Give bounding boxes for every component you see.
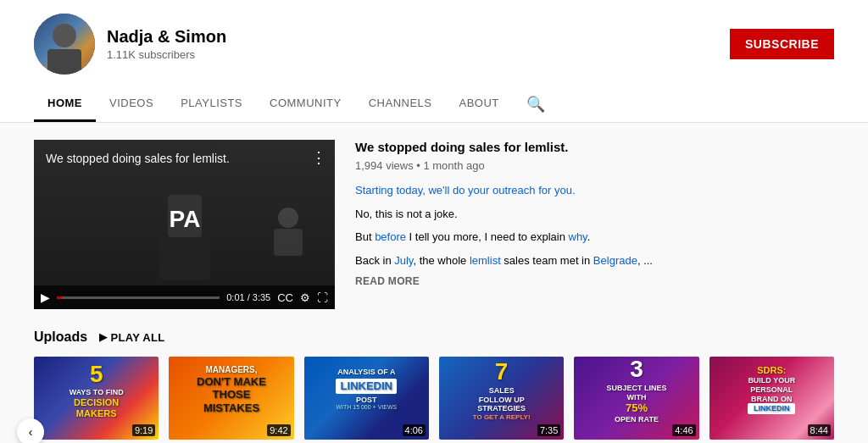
carousel-prev-button[interactable]: ‹: [17, 418, 44, 443]
video-description: Starting today, we'll do your outreach f…: [355, 182, 834, 287]
play-all-icon: ▶: [99, 331, 107, 343]
read-more-button[interactable]: READ MORE: [355, 275, 834, 287]
channel-header: Nadja & Simon 1.11K subscribers SUBSCRIB…: [0, 0, 868, 123]
video-thumb-2: MANAGERS, DON'T MAKE THOSE MISTAKES 9:42: [169, 357, 293, 440]
video-more-button[interactable]: ⋮: [311, 148, 326, 167]
uploads-section: Uploads ▶ PLAY ALL ‹ 5 WAYS TO FIND DECI…: [34, 329, 834, 443]
play-button[interactable]: ▶: [41, 291, 50, 304]
uploads-title: Uploads: [34, 329, 87, 345]
thumb-text-2: MANAGERS, DON'T MAKE THOSE MISTAKES: [172, 360, 290, 419]
video-card-6[interactable]: SDRs: BUILD YOUR PERSONAL BRAND ON Linke…: [709, 357, 834, 443]
thumb-text-3: ANALYSIS OF A Linkedin POST WITH 15 000 …: [308, 360, 426, 419]
nav-channels[interactable]: CHANNELS: [355, 86, 446, 122]
play-all-button[interactable]: ▶ PLAY ALL: [99, 331, 164, 344]
nav-videos[interactable]: VIDEOS: [96, 86, 167, 122]
featured-video-meta: 1,994 views • 1 month ago: [355, 159, 834, 172]
desc-line-1: Starting today, we'll do your outreach f…: [355, 182, 834, 199]
nav-playlists[interactable]: PLAYLISTS: [167, 86, 256, 122]
channel-info-bar: Nadja & Simon 1.11K subscribers SUBSCRIB…: [34, 14, 834, 86]
video-card-5[interactable]: 3 SUBJECT LINES WITH 75% OPEN RATE 4:46 …: [574, 357, 698, 443]
nav-home[interactable]: HOME: [34, 86, 96, 122]
featured-video-section: We stopped doing sales for lemlist. PA ⋮: [34, 140, 834, 309]
duration-1: 9:19: [132, 424, 155, 436]
thumb-text-4: 7 SALES FOLLOW UP STRATEGIES TO GET A RE…: [442, 360, 560, 419]
video-thumb-3: ANALYSIS OF A Linkedin POST WITH 15 000 …: [304, 357, 429, 440]
desc-line-3: But before I tell you more, I need to ex…: [355, 229, 834, 246]
video-card-3[interactable]: ANALYSIS OF A Linkedin POST WITH 15 000 …: [304, 357, 429, 443]
subscribe-button[interactable]: SUBSCRIBE: [730, 29, 834, 59]
video-thumbnail: We stopped doing sales for lemlist. PA: [34, 140, 335, 309]
nav-about[interactable]: ABOUT: [446, 86, 513, 122]
featured-video-title: We stopped doing sales for lemlist.: [355, 140, 834, 154]
duration-4: 7:35: [537, 424, 560, 436]
video-overlay-title: We stopped doing sales for lemlist.: [46, 152, 230, 165]
video-card-2[interactable]: MANAGERS, DON'T MAKE THOSE MISTAKES 9:42…: [169, 357, 293, 443]
channel-search-icon[interactable]: 🔍: [520, 88, 552, 120]
fullscreen-icon[interactable]: ⛶: [317, 291, 328, 304]
thumb-text-5: 3 SUBJECT LINES WITH 75% OPEN RATE: [577, 360, 695, 419]
duration-2: 9:42: [267, 424, 290, 436]
channel-name: Nadja & Simon: [107, 27, 226, 47]
play-all-label: PLAY ALL: [110, 331, 164, 344]
svg-text:PA: PA: [169, 206, 200, 232]
video-carousel: ‹ 5 WAYS TO FIND DECISION MAKERS 9:19 Ho…: [34, 357, 834, 443]
main-content: We stopped doing sales for lemlist. PA ⋮: [0, 123, 868, 443]
svg-rect-6: [159, 237, 210, 280]
control-icons: CC ⚙ ⛶: [277, 291, 328, 304]
desc-line-4: Back in July, the whole lemlist sales te…: [355, 252, 834, 269]
duration-5: 4:46: [672, 424, 695, 436]
desc-line-2: No, this is not a joke.: [355, 206, 834, 223]
featured-video-player[interactable]: We stopped doing sales for lemlist. PA ⋮: [34, 140, 335, 309]
progress-bar[interactable]: [57, 296, 220, 299]
subscriber-count: 1.11K subscribers: [107, 48, 226, 61]
channel-text-info: Nadja & Simon 1.11K subscribers: [107, 27, 226, 61]
progress-fill: [57, 296, 62, 299]
duration-6: 8:44: [808, 424, 831, 436]
svg-point-7: [278, 208, 298, 228]
avatar: [34, 14, 95, 75]
settings-icon[interactable]: ⚙: [300, 291, 310, 304]
thumb-text-6: SDRs: BUILD YOUR PERSONAL BRAND ON Linke…: [713, 360, 831, 419]
video-card-1[interactable]: 5 WAYS TO FIND DECISION MAKERS 9:19 How …: [34, 357, 159, 443]
svg-point-2: [53, 24, 76, 47]
uploads-header: Uploads ▶ PLAY ALL: [34, 329, 834, 345]
video-thumb-4: 7 SALES FOLLOW UP STRATEGIES TO GET A RE…: [439, 357, 564, 440]
cc-button[interactable]: CC: [277, 291, 293, 304]
thumb-text-1: 5 WAYS TO FIND DECISION MAKERS: [37, 360, 155, 419]
channel-nav: HOME VIDEOS PLAYLISTS COMMUNITY CHANNELS…: [34, 86, 834, 122]
svg-rect-3: [47, 49, 81, 75]
nav-community[interactable]: COMMUNITY: [256, 86, 355, 122]
time-display: 0:01 / 3:35: [226, 292, 270, 302]
video-figure: PA: [151, 195, 219, 280]
video-thumb-6: SDRs: BUILD YOUR PERSONAL BRAND ON Linke…: [709, 357, 834, 440]
video-info-panel: We stopped doing sales for lemlist. 1,99…: [355, 140, 834, 309]
video-thumb-5: 3 SUBJECT LINES WITH 75% OPEN RATE 4:46: [574, 357, 698, 440]
svg-rect-8: [274, 229, 303, 256]
video-thumb-1: 5 WAYS TO FIND DECISION MAKERS 9:19: [34, 357, 159, 440]
video-controls[interactable]: ▶ 0:01 / 3:35 CC ⚙ ⛶: [34, 285, 335, 309]
background-figure: [267, 205, 309, 256]
channel-info-left: Nadja & Simon 1.11K subscribers: [34, 14, 226, 75]
duration-3: 4:06: [403, 424, 426, 436]
video-card-4[interactable]: 7 SALES FOLLOW UP STRATEGIES TO GET A RE…: [439, 357, 564, 443]
